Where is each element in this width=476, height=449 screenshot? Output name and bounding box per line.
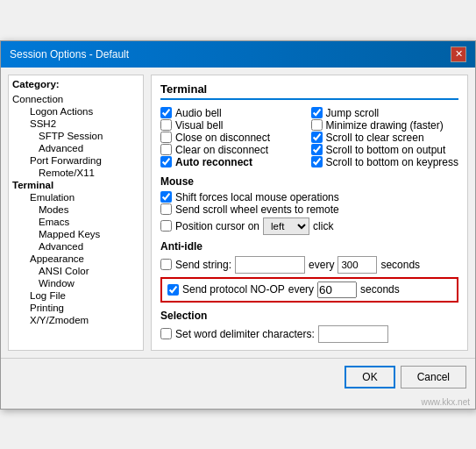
send-noop-label: Send protocol NO-OP (182, 283, 285, 296)
audio-bell-label: Audio bell (175, 107, 222, 119)
checkbox-scroll-clear: Scroll to clear screen (311, 132, 458, 144)
category-tree: ConnectionLogon ActionsSSH2SFTP SessionA… (12, 93, 139, 326)
scroll-clear-label: Scroll to clear screen (326, 132, 424, 144)
visual-bell-label: Visual bell (175, 119, 223, 132)
checkbox-jump-scroll: Jump scroll (311, 107, 458, 119)
close-disconnect-checkbox[interactable] (160, 132, 172, 143)
scroll-bottom-output-label: Scroll to bottom on output (326, 144, 446, 156)
checkbox-shift-forces: Shift forces local mouse operations (160, 191, 458, 203)
sidebar-item-appearance[interactable]: Appearance (12, 253, 139, 265)
checkbox-grid: Audio bell Visual bell Close on disconne… (160, 107, 458, 168)
anti-idle-row2-highlighted: Send protocol NO-OP every seconds (160, 277, 458, 303)
sidebar-item-remote-x11[interactable]: Remote/X11 (12, 167, 139, 179)
send-scroll-label: Send scroll wheel events to remote (175, 203, 339, 216)
audio-bell-checkbox[interactable] (160, 107, 172, 118)
sidebar-item-connection[interactable]: Connection (12, 93, 139, 105)
word-delimiter-label: Set word delimiter characters: (175, 328, 315, 340)
position-cursor-label: Position cursor on (175, 220, 259, 232)
anti-idle-section: Anti-idle Send string: every seconds Sen… (160, 240, 458, 303)
scroll-bottom-keypress-label: Scroll to bottom on keypress (326, 156, 458, 168)
sidebar-item-emulation[interactable]: Emulation (12, 191, 139, 203)
scroll-bottom-keypress-checkbox[interactable] (311, 156, 323, 167)
main-panel: Terminal Audio bell Visual bell Close (151, 75, 468, 351)
sidebar-item-terminal[interactable]: Terminal (12, 179, 139, 191)
checkbox-visual-bell: Visual bell (160, 119, 304, 132)
send-scroll-checkbox[interactable] (160, 203, 172, 215)
send-noop-interval-input[interactable] (317, 282, 357, 298)
anti-idle-row1: Send string: every seconds (160, 256, 458, 274)
selection-section: Selection Set word delimiter characters: (160, 310, 458, 343)
send-string-checkbox[interactable] (160, 259, 172, 270)
sidebar-item-window[interactable]: Window (12, 277, 139, 289)
clear-disconnect-label: Clear on disconnect (175, 144, 268, 156)
selection-title: Selection (160, 310, 458, 322)
sidebar-item-sftp-session[interactable]: SFTP Session (12, 130, 139, 142)
checkbox-close-disconnect: Close on disconnect (160, 132, 304, 144)
position-cursor-checkbox[interactable] (160, 220, 172, 232)
category-label: Category: (12, 79, 139, 89)
anti-idle-title: Anti-idle (160, 240, 458, 253)
sidebar-item-mapped-keys[interactable]: Mapped Keys (12, 228, 139, 240)
checkbox-col2: Jump scroll Minimize drawing (faster) Sc… (311, 107, 458, 168)
position-cursor-select[interactable]: left right (263, 217, 309, 235)
sidebar-item-ansi-color[interactable]: ANSI Color (12, 265, 139, 277)
mouse-section: Mouse Shift forces local mouse operation… (160, 175, 458, 235)
minimize-drawing-checkbox[interactable] (311, 119, 323, 131)
panel-title: Terminal (160, 82, 458, 100)
scroll-bottom-output-checkbox[interactable] (311, 144, 323, 155)
shift-forces-checkbox[interactable] (160, 191, 172, 203)
sidebar-item-modes[interactable]: Modes (12, 203, 139, 216)
sidebar-item-terminal-advanced[interactable]: Advanced (12, 240, 139, 253)
sidebar-item-emacs[interactable]: Emacs (12, 216, 139, 228)
close-disconnect-label: Close on disconnect (175, 132, 270, 144)
sidebar-item-logon-actions[interactable]: Logon Actions (12, 105, 139, 118)
sidebar-item-printing[interactable]: Printing (12, 302, 139, 314)
sidebar-item-ssh2[interactable]: SSH2 (12, 118, 139, 130)
sidebar-item-ssh2-advanced[interactable]: Advanced (12, 142, 139, 154)
dialog-title: Session Options - Default (10, 48, 129, 61)
checkbox-scroll-bottom-keypress: Scroll to bottom on keypress (311, 156, 458, 168)
cancel-button[interactable]: Cancel (401, 366, 466, 388)
position-cursor-row: Position cursor on left right click (160, 217, 458, 235)
watermark: www.kkx.net (1, 396, 475, 409)
every-label2: every (288, 283, 314, 296)
visual-bell-checkbox[interactable] (160, 119, 172, 131)
ok-button[interactable]: OK (345, 366, 394, 388)
send-string-interval-input[interactable] (337, 256, 377, 274)
word-delimiter-checkbox[interactable] (160, 328, 172, 339)
scroll-clear-checkbox[interactable] (311, 132, 323, 143)
checkbox-clear-disconnect: Clear on disconnect (160, 144, 304, 156)
sidebar: Category: ConnectionLogon ActionsSSH2SFT… (8, 75, 144, 351)
checkbox-scroll-bottom-output: Scroll to bottom on output (311, 144, 458, 156)
selection-row: Set word delimiter characters: (160, 325, 458, 343)
every-label1: every (309, 259, 334, 271)
seconds-label1: seconds (380, 259, 420, 271)
jump-scroll-label: Jump scroll (326, 107, 380, 119)
title-bar: Session Options - Default ✕ (1, 41, 475, 68)
auto-reconnect-checkbox[interactable] (160, 156, 172, 167)
mouse-section-title: Mouse (160, 175, 458, 188)
auto-reconnect-label: Auto reconnect (175, 156, 252, 168)
sidebar-item-port-forwarding[interactable]: Port Forwarding (12, 154, 139, 167)
jump-scroll-checkbox[interactable] (311, 107, 323, 118)
seconds-label2: seconds (360, 283, 400, 296)
click-label: click (313, 220, 333, 232)
send-string-input[interactable] (235, 256, 305, 274)
sidebar-item-log-file[interactable]: Log File (12, 289, 139, 302)
checkbox-audio-bell: Audio bell (160, 107, 304, 119)
sidebar-item-xyzmodem[interactable]: X/Y/Zmodem (12, 314, 139, 326)
close-button[interactable]: ✕ (451, 46, 466, 62)
minimize-drawing-label: Minimize drawing (faster) (326, 119, 444, 132)
checkbox-auto-reconnect: Auto reconnect (160, 156, 304, 168)
clear-disconnect-checkbox[interactable] (160, 144, 172, 155)
session-options-dialog: Session Options - Default ✕ Category: Co… (0, 40, 476, 410)
checkbox-send-scroll: Send scroll wheel events to remote (160, 203, 458, 216)
word-delimiter-input[interactable] (318, 325, 388, 343)
dialog-footer: OK Cancel (1, 358, 475, 396)
checkbox-minimize-drawing: Minimize drawing (faster) (311, 119, 458, 132)
dialog-body: Category: ConnectionLogon ActionsSSH2SFT… (1, 68, 475, 358)
send-string-label: Send string: (175, 259, 231, 271)
shift-forces-label: Shift forces local mouse operations (175, 191, 339, 203)
checkbox-col1: Audio bell Visual bell Close on disconne… (160, 107, 304, 168)
send-noop-checkbox[interactable] (167, 284, 179, 296)
